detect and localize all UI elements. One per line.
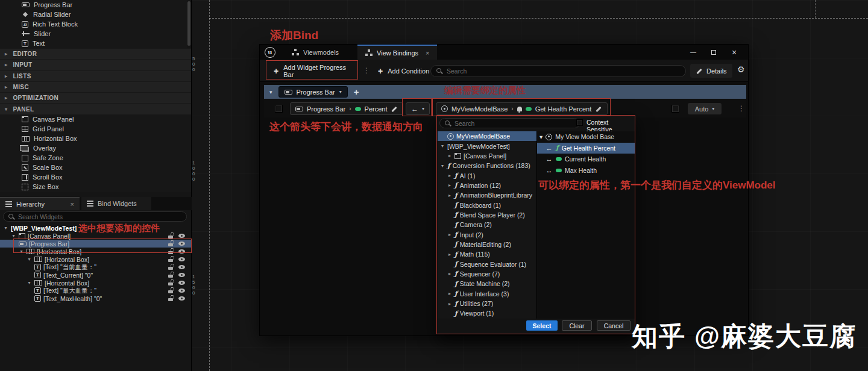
maximize-button[interactable]	[703, 45, 724, 60]
palette-item[interactable]: Text	[0, 39, 187, 48]
palette-item[interactable]: Safe Zone	[0, 153, 191, 163]
pencil-icon[interactable]	[595, 105, 602, 113]
palette-scrollbar[interactable]	[187, 1, 190, 46]
eye-icon[interactable]	[178, 296, 185, 301]
picker-property-row[interactable]: ↔Max Health	[537, 165, 635, 176]
details-button[interactable]: Details	[690, 64, 732, 78]
expander-closed-icon[interactable]: ▸	[447, 291, 452, 296]
lock-icon[interactable]	[168, 267, 173, 270]
picker-tree-row[interactable]: MyViewModelBase	[438, 131, 536, 141]
picker-tree-row[interactable]: ▾ƒConversion Functions (183)	[438, 161, 536, 170]
picker-tree-row[interactable]: ▸ƒUser Interface (3)	[438, 289, 536, 299]
picker-tree-row[interactable]: ▸[Canvas Panel]	[438, 151, 536, 161]
picker-tree-row[interactable]: ▸ƒAnimation (12)	[438, 181, 536, 190]
picker-property-row[interactable]: ▾My View Model Base	[537, 131, 635, 143]
palette-item[interactable]: Overlay	[0, 143, 191, 153]
expander-open-icon[interactable]: ▾	[27, 257, 32, 262]
cancel-button[interactable]: Cancel	[597, 320, 631, 331]
row-options-icon[interactable]: ⋮	[738, 104, 745, 113]
eye-icon[interactable]	[178, 234, 185, 238]
eye-icon[interactable]	[178, 242, 185, 246]
palette-item[interactable]: Scroll Box	[0, 172, 191, 182]
palette-item[interactable]: Size Box	[0, 182, 191, 192]
expander-closed-icon[interactable]: ▸	[447, 193, 452, 198]
picker-tree-row[interactable]: ▸ƒInput (2)	[438, 229, 536, 239]
lock-icon[interactable]	[168, 251, 173, 254]
tab-viewmodels[interactable]: Viewmodels	[284, 45, 347, 60]
expander-open-icon[interactable]: ▾	[19, 249, 24, 254]
bindings-search-input[interactable]	[447, 67, 681, 75]
close-button[interactable]: ×	[724, 45, 744, 60]
more-options-icon[interactable]: ⋮	[363, 66, 370, 75]
picker-tree-row[interactable]: ƒCamera (2)	[438, 220, 536, 229]
palette-category[interactable]: ▸LISTS	[0, 70, 191, 81]
expander-icon[interactable]: ▾	[269, 89, 272, 95]
window-titlebar[interactable]: Viewmodels View Bindings × — ×	[260, 45, 748, 60]
add-condition-button[interactable]: + Add Condition	[372, 63, 435, 79]
hierarchy-row[interactable]: ▾[Horizontal Box]	[0, 248, 192, 255]
palette-category[interactable]: ▾PANEL	[0, 103, 191, 114]
expander-closed-icon[interactable]: ▸	[447, 232, 452, 237]
picker-tree-row[interactable]: ƒMaterialEditing (2)	[438, 240, 536, 249]
expander-closed-icon[interactable]: ▸	[447, 271, 452, 276]
lock-icon[interactable]	[168, 298, 173, 301]
expander-open-icon[interactable]: ▾	[3, 225, 8, 231]
picker-tree-row[interactable]: ƒBlend Space Player (2)	[438, 210, 536, 220]
binding-direction-button[interactable]: ← ▾	[406, 102, 430, 115]
expander-open-icon[interactable]: ▾	[27, 280, 32, 285]
expander-closed-icon[interactable]: ▸	[5, 95, 7, 101]
close-icon[interactable]: ×	[71, 201, 74, 208]
add-widget-button[interactable]: + Add Widget Progress Bar	[268, 63, 358, 79]
binding-target-field[interactable]: MyViewModelBase › Get Health Percent	[436, 102, 608, 115]
picker-tree-row[interactable]: ƒSequence Evaluator (1)	[438, 259, 536, 269]
hierarchy-row[interactable]: [Text_Current] "0"	[0, 271, 192, 279]
expander-open-icon[interactable]: ▾	[440, 143, 445, 149]
expander-closed-icon[interactable]: ▸	[5, 51, 7, 57]
binding-enabled-checkbox[interactable]	[275, 105, 283, 113]
palette-item[interactable]: Radial Slider	[0, 10, 187, 19]
picker-tree-row[interactable]: ▸ƒUtilities (27)	[438, 299, 536, 308]
palette-item[interactable]: Rich Text Block	[0, 19, 187, 29]
eye-icon[interactable]	[178, 249, 185, 254]
picker-tree-row[interactable]: ▸ƒAI (1)	[438, 170, 536, 180]
picker-search[interactable]	[439, 118, 580, 128]
hierarchy-row[interactable]: ▾[Horizontal Box]	[0, 279, 192, 287]
expander-closed-icon[interactable]: ▸	[447, 153, 452, 158]
palette-category[interactable]: ▸MISC	[0, 81, 191, 92]
palette-item[interactable]: Progress Bar	[0, 0, 187, 10]
picker-tree-row[interactable]: ƒState Machine (2)	[438, 279, 536, 288]
picker-tree-row[interactable]: ▸ƒAnimationBlueprintLibrary	[438, 190, 536, 200]
lock-icon[interactable]	[168, 290, 173, 293]
hierarchy-search-input[interactable]	[18, 213, 182, 220]
lock-icon[interactable]	[168, 282, 173, 285]
expander-closed-icon[interactable]: ▸	[447, 301, 452, 307]
lock-icon[interactable]	[168, 259, 173, 262]
bindings-search[interactable]	[430, 65, 686, 77]
binding-source-field[interactable]: Progress Bar › Percent	[290, 102, 403, 115]
expander-closed-icon[interactable]: ▸	[5, 62, 7, 67]
expander-open-icon[interactable]: ▾	[539, 133, 542, 140]
lock-icon[interactable]	[168, 235, 173, 238]
select-button[interactable]: Select	[526, 320, 558, 331]
picker-tree-row[interactable]: ƒViewport (1)	[438, 308, 536, 318]
lock-icon[interactable]	[168, 275, 173, 278]
palette-category[interactable]: ▸INPUT	[0, 59, 191, 70]
palette-item[interactable]: Grid Panel	[0, 124, 191, 134]
picker-search-input[interactable]	[454, 120, 575, 127]
update-mode-dropdown[interactable]: Auto ▾	[688, 103, 722, 114]
picker-tree-row[interactable]: ƒBlackboard (1)	[438, 200, 536, 210]
picker-tree-row[interactable]: ▾[WBP_ViewModeTest]	[438, 141, 536, 151]
tab-hierarchy[interactable]: Hierarchy ×	[0, 197, 80, 210]
eye-icon[interactable]	[178, 265, 185, 269]
expander-closed-icon[interactable]: ▸	[447, 173, 452, 178]
tab-view-bindings[interactable]: View Bindings ×	[357, 45, 437, 60]
tab-bind-widgets[interactable]: Bind Widgets	[81, 197, 151, 210]
hierarchy-row[interactable]: [Text_MaxHealth] "0"	[0, 295, 192, 302]
expander-closed-icon[interactable]: ▸	[447, 182, 452, 188]
expander-open-icon[interactable]: ▾	[5, 107, 7, 112]
binding-secondary-checkbox[interactable]	[671, 105, 679, 113]
palette-item[interactable]: Canvas Panel	[0, 114, 191, 124]
palette-item[interactable]: Slider	[0, 29, 187, 39]
clear-button[interactable]: Clear	[562, 320, 592, 331]
gear-icon[interactable]: ⚙	[737, 65, 745, 73]
